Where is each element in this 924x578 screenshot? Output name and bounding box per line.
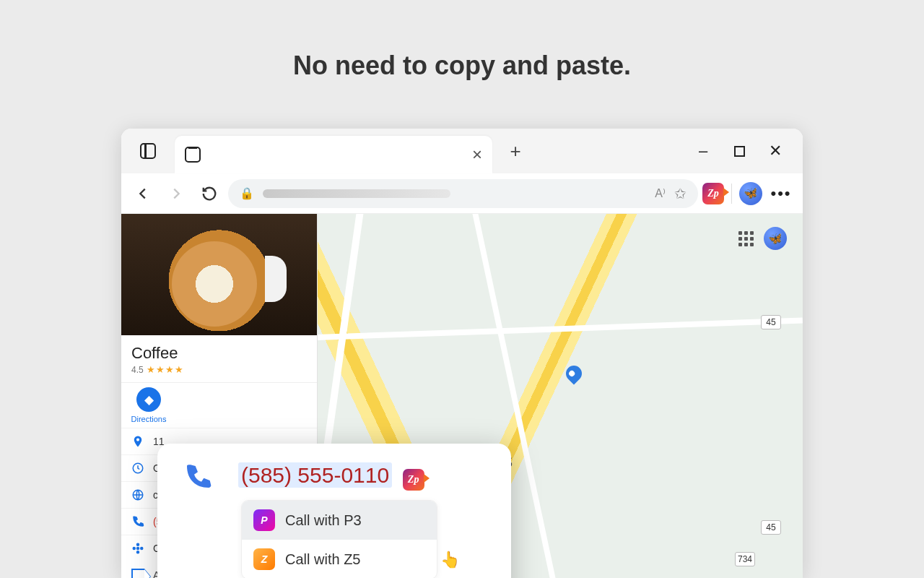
- phone-icon: [131, 515, 144, 528]
- place-title: Coffee: [121, 335, 317, 364]
- directions-icon: ◆: [136, 387, 161, 412]
- forward-button[interactable]: [162, 179, 191, 208]
- label-icon: [131, 569, 144, 578]
- minimize-button[interactable]: –: [686, 134, 720, 168]
- svg-point-2: [137, 543, 139, 545]
- map-pin[interactable]: [562, 362, 585, 384]
- svg-point-4: [141, 548, 143, 550]
- page-viewport: 45 45 734 Texas 🦋 Coffee 4.5 ★★★★ ◆ Dire…: [121, 214, 803, 578]
- place-action-row: ◆ Directions: [121, 382, 317, 428]
- map-header-controls: 🦋: [738, 227, 787, 250]
- clock-icon: [131, 462, 144, 475]
- window-controls: – ✕: [686, 134, 793, 168]
- close-window-button[interactable]: ✕: [758, 134, 793, 168]
- address-bar[interactable]: 🔒 A⁾ ✩: [228, 179, 698, 208]
- tab-close-button[interactable]: ×: [472, 144, 482, 165]
- popup-phone-row: (585) 555-0110 Zp: [178, 462, 491, 491]
- extension-zp-button[interactable]: Zp: [702, 183, 724, 204]
- panel-icon: [140, 143, 156, 159]
- browser-window: × + – ✕ 🔒 A⁾ ✩ Zp 🦋 •••: [121, 129, 803, 578]
- tab-strip: × + – ✕: [121, 129, 803, 173]
- pin-icon: [131, 435, 144, 448]
- route-shield-45: 45: [761, 315, 781, 329]
- globe-icon: [131, 488, 144, 501]
- reload-button[interactable]: [195, 179, 224, 208]
- z5-app-icon: Z: [253, 548, 275, 570]
- star-icon: ★★★★: [147, 364, 184, 375]
- panel-toggle-button[interactable]: [131, 134, 165, 168]
- apps-grid-icon[interactable]: [738, 231, 754, 246]
- favorite-button[interactable]: ✩: [674, 185, 687, 202]
- svg-point-6: [137, 548, 139, 550]
- url-text-blurred: [263, 189, 450, 198]
- call-app-menu: P Call with P3 Z Call with Z5: [241, 500, 437, 578]
- toolbar: 🔒 A⁾ ✩ Zp 🦋 •••: [121, 173, 803, 214]
- map-profile-avatar[interactable]: 🦋: [764, 227, 787, 250]
- phone-icon: [183, 462, 212, 491]
- zp-badge-icon[interactable]: Zp: [403, 469, 424, 491]
- lock-icon: 🔒: [240, 186, 254, 200]
- profile-avatar[interactable]: 🦋: [739, 182, 762, 205]
- svg-point-5: [137, 551, 139, 553]
- directions-button[interactable]: ◆ Directions: [128, 387, 169, 423]
- overflow-menu-button[interactable]: •••: [767, 179, 796, 208]
- phone-popup-card: (585) 555-0110 Zp P Call with P3 Z Call …: [157, 444, 511, 578]
- plus-code-icon: [131, 542, 144, 555]
- new-tab-button[interactable]: +: [501, 140, 530, 163]
- p3-app-icon: P: [253, 509, 275, 531]
- tab-favicon-icon: [185, 147, 201, 163]
- read-aloud-icon[interactable]: A⁾: [655, 186, 666, 200]
- svg-point-3: [133, 548, 135, 550]
- call-with-p3-item[interactable]: P Call with P3: [242, 501, 437, 540]
- route-shield-734: 734: [735, 552, 755, 566]
- call-with-z5-item[interactable]: Z Call with Z5: [242, 540, 437, 578]
- place-rating: 4.5 ★★★★: [121, 364, 317, 382]
- separator: [731, 184, 732, 204]
- place-hero-image[interactable]: [121, 214, 317, 335]
- route-shield-45b: 45: [761, 520, 781, 535]
- maximize-button[interactable]: [722, 134, 757, 168]
- popup-phone-number[interactable]: (585) 555-0110 Zp: [238, 463, 424, 491]
- headline: No need to copy and paste.: [0, 51, 924, 81]
- back-button[interactable]: [128, 179, 157, 208]
- browser-tab[interactable]: ×: [175, 136, 492, 173]
- butterfly-icon: 🦋: [743, 186, 759, 202]
